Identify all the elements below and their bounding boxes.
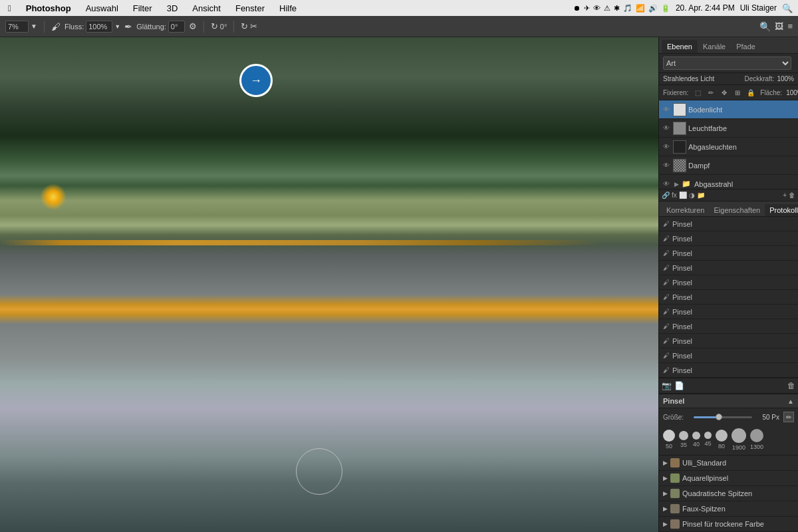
brush-group-name-4: Pinsel für trockene Farbe bbox=[682, 520, 764, 528]
canvas-area[interactable]: → bbox=[0, 37, 658, 532]
brush-preset-3[interactable]: 45 bbox=[704, 430, 712, 451]
history-item-9[interactable]: 🖌 Pinsel bbox=[659, 348, 798, 363]
layer-dampf[interactable]: 👁 Dampf bbox=[659, 156, 798, 175]
menu-fenster[interactable]: Fenster bbox=[233, 2, 267, 15]
deckkraft-label: Deckkraft: bbox=[744, 75, 774, 82]
lock-paint-btn[interactable]: ✏ bbox=[706, 87, 716, 98]
history-label-1: Pinsel bbox=[672, 235, 692, 243]
brush-size-label: Größe: bbox=[663, 414, 690, 421]
menu-3d[interactable]: 3D bbox=[164, 2, 181, 15]
search-icon[interactable]: 🔍 bbox=[782, 3, 793, 13]
tab-protokoll[interactable]: Protokoll bbox=[765, 204, 798, 216]
layer-delete-icon[interactable]: 🗑 bbox=[789, 192, 795, 199]
flow-input[interactable]: 100% bbox=[86, 21, 112, 33]
brush-size-row: Größe: 50 Px ✏ bbox=[659, 408, 798, 426]
view-options-icon[interactable]: 🖼 bbox=[775, 21, 783, 31]
sep1 bbox=[44, 21, 45, 33]
brush-edit-button[interactable]: ✏ bbox=[783, 412, 794, 422]
brush-group-3[interactable]: ▶ Faux-Spitzen bbox=[659, 501, 798, 517]
layer-arrow-abgasstrahl[interactable]: ▶ bbox=[673, 180, 680, 189]
brush-group-2[interactable]: ▶ Quadratische Spitzen bbox=[659, 486, 798, 501]
history-item-2[interactable]: 🖌 Pinsel bbox=[659, 246, 798, 261]
brush-group-1[interactable]: ▶ Aquarellpinsel bbox=[659, 471, 798, 486]
layer-abgasleuchten[interactable]: 👁 Abgasleuchten bbox=[659, 138, 798, 156]
layer-thumb-abgasleuchten bbox=[673, 140, 686, 154]
blend-row: Art bbox=[659, 54, 798, 73]
history-label-3: Pinsel bbox=[672, 264, 692, 272]
smoothing-input[interactable]: 0° bbox=[168, 21, 185, 33]
airbrush-toggle[interactable]: ✒ bbox=[124, 21, 132, 32]
brush-preset-1[interactable]: 35 bbox=[679, 430, 688, 451]
layers-section: Ebenen Kanäle Pfade Art Strahlendes Lich… bbox=[659, 37, 798, 394]
road-glow bbox=[0, 240, 598, 245]
history-item-8[interactable]: 🖌 Pinsel bbox=[659, 334, 798, 348]
layer-eye-abgasleuchten[interactable]: 👁 bbox=[662, 142, 671, 152]
history-item-4[interactable]: 🖌 Pinsel bbox=[659, 275, 798, 290]
brush-group-folder-0 bbox=[670, 458, 680, 467]
history-item-6[interactable]: 🖌 Pinsel bbox=[659, 305, 798, 319]
brush-preset-4[interactable]: 80 bbox=[716, 430, 728, 451]
layer-eye-abgasstrahl[interactable]: 👁 bbox=[662, 180, 671, 189]
brush-preset-label-6: 1300 bbox=[750, 444, 763, 450]
menu-auswahl[interactable]: Auswahl bbox=[83, 2, 121, 15]
settings-icon-btn[interactable]: ⚙ bbox=[189, 21, 197, 31]
brush-size-slider[interactable] bbox=[694, 416, 752, 418]
protocol-tabs: Korrekturen Eigenschaften Protokoll bbox=[659, 201, 798, 217]
flow-chevron[interactable]: ▼ bbox=[114, 23, 120, 30]
menubar:  Photoshop Auswahl Filter 3D Ansicht Fe… bbox=[0, 0, 798, 16]
right-panel: Ebenen Kanäle Pfade Art Strahlendes Lich… bbox=[658, 37, 798, 532]
history-item-7[interactable]: 🖌 Pinsel bbox=[659, 319, 798, 334]
brush-group-4[interactable]: ▶ Pinsel für trockene Farbe bbox=[659, 517, 798, 532]
mask-add-icon[interactable]: ⬜ bbox=[679, 192, 687, 199]
layer-eye-bodenlicht[interactable]: 👁 bbox=[662, 105, 671, 114]
more-icon[interactable]: ≡ bbox=[787, 21, 793, 31]
brush-circle-0 bbox=[663, 430, 675, 442]
lock-position-btn[interactable]: ✥ bbox=[719, 87, 730, 98]
username[interactable]: Uli Staiger bbox=[740, 3, 777, 13]
menu-hilfe[interactable]: Hilfe bbox=[277, 2, 299, 15]
tab-kanaele[interactable]: Kanäle bbox=[698, 40, 731, 53]
fx-icon[interactable]: fx bbox=[672, 192, 677, 199]
tab-pfade[interactable]: Pfade bbox=[731, 40, 761, 53]
brush-collapse-icon[interactable]: ▲ bbox=[787, 398, 794, 405]
history-label-5: Pinsel bbox=[672, 293, 692, 301]
history-item-0[interactable]: 🖌 Pinsel bbox=[659, 217, 798, 231]
lock-transparent-btn[interactable]: ⬚ bbox=[692, 87, 703, 98]
history-delete[interactable]: 🗑 bbox=[787, 381, 795, 390]
lock-all-btn[interactable]: 🔒 bbox=[745, 87, 756, 98]
brush-preset-2[interactable]: 40 bbox=[692, 430, 700, 451]
adjustment-add-icon[interactable]: ◑ bbox=[689, 192, 695, 199]
layer-eye-dampf[interactable]: 👁 bbox=[662, 161, 671, 170]
lock-artboard-btn[interactable]: ⊞ bbox=[732, 87, 743, 98]
fixieren-label: Fixieren: bbox=[663, 89, 688, 96]
layer-abgasstrahl[interactable]: 👁 ▶ 📁 Abgasstrahl bbox=[659, 175, 798, 189]
folder-add-icon[interactable]: 📁 bbox=[697, 192, 705, 199]
brush-preset-6[interactable]: 1300 bbox=[750, 430, 763, 451]
brush-preset-0[interactable]: 50 bbox=[663, 430, 675, 451]
blend-mode-select[interactable]: Art bbox=[663, 57, 791, 70]
zoom-input[interactable]: 7% bbox=[5, 21, 29, 33]
brush-group-0[interactable]: ▶ Ulli_Standard bbox=[659, 456, 798, 471]
history-new-from-state[interactable]: 📄 bbox=[674, 381, 684, 390]
layer-bodenlicht[interactable]: 👁 Bodenlicht bbox=[659, 100, 798, 119]
menu-ansicht[interactable]: Ansicht bbox=[190, 2, 223, 15]
history-item-10[interactable]: 🖌 Pinsel bbox=[659, 363, 798, 378]
brush-size-value: 50 Px bbox=[756, 414, 779, 421]
history-item-5[interactable]: 🖌 Pinsel bbox=[659, 290, 798, 305]
tab-korrekturen[interactable]: Korrekturen bbox=[662, 204, 709, 216]
layer-leuchtfarbe[interactable]: 👁 Leuchtfarbe bbox=[659, 119, 798, 138]
app-name[interactable]: Photoshop bbox=[23, 2, 74, 15]
layer-eye-leuchtfarbe[interactable]: 👁 bbox=[662, 124, 671, 133]
layer-new-icon[interactable]: + bbox=[783, 192, 787, 199]
menu-filter[interactable]: Filter bbox=[130, 2, 155, 15]
tab-eigenschaften[interactable]: Eigenschaften bbox=[709, 204, 765, 216]
brush-group-folder-1 bbox=[670, 473, 680, 483]
apple-menu[interactable]:  bbox=[5, 2, 14, 15]
history-item-1[interactable]: 🖌 Pinsel bbox=[659, 231, 798, 246]
tab-ebenen[interactable]: Ebenen bbox=[662, 40, 698, 53]
history-item-3[interactable]: 🖌 Pinsel bbox=[659, 261, 798, 275]
zoom-in-icon[interactable]: 🔍 bbox=[759, 21, 771, 32]
layer-thumb-dampf bbox=[673, 159, 686, 172]
brush-preset-5[interactable]: 1900 bbox=[732, 430, 746, 451]
history-new-snapshot[interactable]: 📷 bbox=[662, 381, 672, 390]
